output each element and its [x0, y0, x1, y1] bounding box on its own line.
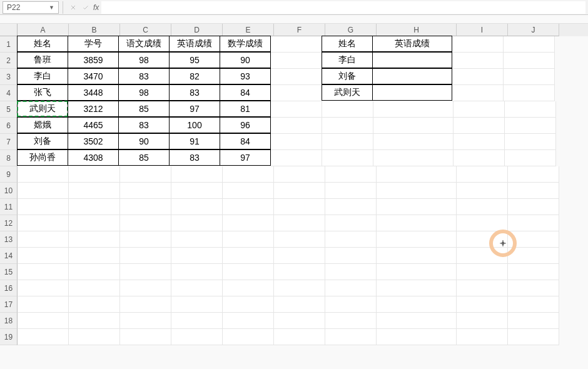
- cell-H13[interactable]: [377, 231, 457, 248]
- cell-E15[interactable]: [223, 264, 274, 280]
- cell-E9[interactable]: [223, 166, 274, 183]
- cell-A19[interactable]: [18, 329, 69, 345]
- cell-D5[interactable]: 97: [169, 101, 220, 117]
- cell-B12[interactable]: [69, 215, 120, 231]
- row-header-7[interactable]: 7: [0, 134, 18, 150]
- cell-C13[interactable]: [120, 231, 171, 248]
- cell-E16[interactable]: [223, 280, 274, 296]
- row-header-13[interactable]: 13: [0, 231, 18, 248]
- cell-I4[interactable]: [452, 85, 504, 101]
- cell-F15[interactable]: [274, 264, 325, 280]
- row-header-8[interactable]: 8: [0, 150, 18, 166]
- cell-D18[interactable]: [171, 313, 223, 329]
- cancel-icon[interactable]: [67, 1, 79, 14]
- cell-F1[interactable]: [271, 36, 322, 53]
- cell-A16[interactable]: [18, 280, 69, 296]
- cell-D12[interactable]: [171, 215, 223, 231]
- cell-A8[interactable]: 孙尚香: [17, 149, 68, 166]
- cell-B14[interactable]: [69, 248, 120, 264]
- cell-J4[interactable]: [504, 85, 555, 101]
- cell-G11[interactable]: [325, 199, 377, 215]
- cell-G17[interactable]: [325, 296, 377, 313]
- cell-B1[interactable]: 学号: [68, 36, 119, 52]
- cell-B8[interactable]: 4308: [68, 149, 119, 166]
- cell-E19[interactable]: [223, 329, 274, 345]
- cell-G14[interactable]: [325, 248, 377, 264]
- cell-E8[interactable]: 97: [220, 149, 271, 166]
- cell-G2[interactable]: 李白: [322, 52, 373, 68]
- col-header-C[interactable]: C: [120, 24, 171, 36]
- cell-E2[interactable]: 90: [220, 52, 271, 68]
- cell-F13[interactable]: [274, 231, 325, 248]
- row-header-11[interactable]: 11: [0, 199, 18, 215]
- cell-J2[interactable]: [504, 53, 555, 69]
- cell-H6[interactable]: [373, 118, 454, 134]
- row-header-6[interactable]: 6: [0, 118, 18, 134]
- cell-D4[interactable]: 83: [169, 84, 220, 101]
- cell-G15[interactable]: [325, 264, 377, 280]
- cell-A10[interactable]: [18, 183, 69, 199]
- cell-H17[interactable]: [377, 296, 457, 313]
- cell-H18[interactable]: [377, 313, 457, 329]
- cell-D15[interactable]: [171, 264, 223, 280]
- cell-F3[interactable]: [271, 69, 322, 85]
- cell-J14[interactable]: [508, 248, 559, 264]
- cell-C11[interactable]: [120, 199, 171, 215]
- row-header-15[interactable]: 15: [0, 264, 18, 280]
- cell-B19[interactable]: [69, 329, 120, 345]
- cell-D1[interactable]: 英语成绩: [169, 36, 220, 52]
- row-header-10[interactable]: 10: [0, 183, 18, 199]
- cell-D11[interactable]: [171, 199, 223, 215]
- cell-I14[interactable]: [457, 248, 508, 264]
- cell-B18[interactable]: [69, 313, 120, 329]
- cell-J5[interactable]: [505, 101, 556, 118]
- row-header-9[interactable]: 9: [0, 166, 18, 183]
- cell-A2[interactable]: 鲁班: [17, 52, 68, 68]
- cell-G12[interactable]: [325, 215, 377, 231]
- cell-G4[interactable]: 武则天: [322, 84, 373, 101]
- cell-F11[interactable]: [274, 199, 325, 215]
- cell-A9[interactable]: [18, 166, 69, 183]
- cell-G5[interactable]: [322, 101, 373, 118]
- cell-B6[interactable]: 4465: [68, 117, 119, 133]
- cell-F6[interactable]: [271, 118, 322, 134]
- cell-B17[interactable]: [69, 296, 120, 313]
- cell-C3[interactable]: 83: [118, 68, 170, 84]
- col-header-F[interactable]: F: [274, 24, 325, 36]
- cell-C18[interactable]: [120, 313, 171, 329]
- cell-A17[interactable]: [18, 296, 69, 313]
- cell-J9[interactable]: [508, 166, 559, 183]
- cell-F16[interactable]: [274, 280, 325, 296]
- cell-I7[interactable]: [454, 134, 505, 150]
- cell-A6[interactable]: 嫦娥: [17, 117, 68, 133]
- cell-I5[interactable]: [454, 101, 505, 118]
- cell-H12[interactable]: [377, 215, 457, 231]
- cell-I12[interactable]: [457, 215, 508, 231]
- cell-H15[interactable]: [377, 264, 457, 280]
- cell-H2[interactable]: [372, 52, 452, 68]
- cell-I9[interactable]: [457, 166, 508, 183]
- cell-D7[interactable]: 91: [169, 133, 220, 149]
- row-header-3[interactable]: 3: [0, 69, 18, 85]
- cell-D8[interactable]: 83: [169, 149, 220, 166]
- row-header-16[interactable]: 16: [0, 280, 18, 296]
- cell-F10[interactable]: [274, 183, 325, 199]
- cell-B15[interactable]: [69, 264, 120, 280]
- cell-G19[interactable]: [325, 329, 377, 345]
- cell-J1[interactable]: [504, 36, 555, 53]
- cell-B9[interactable]: [69, 166, 120, 183]
- cell-C7[interactable]: 90: [118, 133, 170, 149]
- cell-I3[interactable]: [452, 69, 504, 85]
- cell-G7[interactable]: [322, 134, 373, 150]
- row-header-19[interactable]: 19: [0, 329, 18, 345]
- col-header-H[interactable]: H: [377, 24, 457, 36]
- cell-E3[interactable]: 93: [220, 68, 271, 84]
- cell-C14[interactable]: [120, 248, 171, 264]
- cell-F7[interactable]: [271, 134, 322, 150]
- cell-A5[interactable]: 武则天: [17, 101, 68, 117]
- cell-A18[interactable]: [18, 313, 69, 329]
- cell-E11[interactable]: [223, 199, 274, 215]
- cell-C19[interactable]: [120, 329, 171, 345]
- cell-H4[interactable]: [372, 84, 452, 101]
- cell-J12[interactable]: [508, 215, 559, 231]
